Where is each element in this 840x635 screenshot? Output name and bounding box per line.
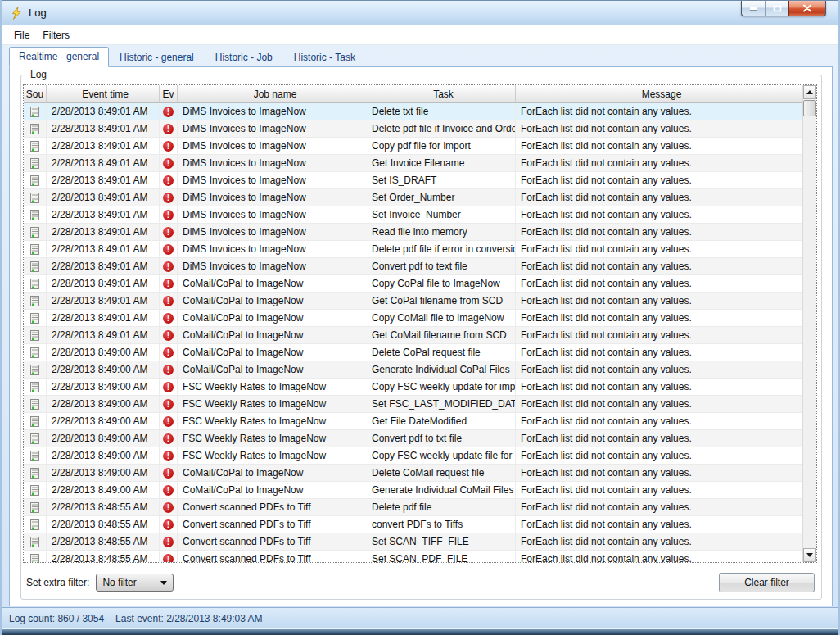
menu-file[interactable]: File (7, 26, 36, 44)
log-row[interactable]: 2/28/2013 8:49:01 AM!DiMS Invoices to Im… (24, 138, 802, 155)
log-row[interactable]: 2/28/2013 8:48:55 AM!Convert scanned PDF… (24, 551, 802, 562)
message-cell: ForEach list did not contain any values. (516, 344, 802, 361)
source-cell (24, 413, 47, 429)
source-cell (24, 327, 47, 343)
event-type-cell: ! (160, 293, 178, 309)
event-type-cell: ! (160, 551, 178, 562)
log-row[interactable]: 2/28/2013 8:49:01 AM!DiMS Invoices to Im… (24, 241, 802, 258)
job-name-cell: FSC Weekly Rates to ImageNow (178, 413, 368, 429)
log-row[interactable]: 2/28/2013 8:49:01 AM!DiMS Invoices to Im… (24, 120, 802, 138)
log-row[interactable]: 2/28/2013 8:49:01 AM!DiMS Invoices to Im… (24, 258, 802, 275)
log-row[interactable]: 2/28/2013 8:49:00 AM!FSC Weekly Rates to… (24, 447, 802, 465)
column-header-task[interactable]: Task (368, 85, 516, 103)
menu-filters[interactable]: Filters (36, 26, 76, 44)
log-row[interactable]: 2/28/2013 8:49:00 AM!FSC Weekly Rates to… (24, 379, 802, 396)
job-name-cell: CoMail/CoPal to ImageNow (178, 293, 368, 309)
event-time-cell: 2/28/2013 8:48:55 AM (47, 533, 160, 550)
job-name-cell: Convert scanned PDFs to Tiff (178, 499, 368, 515)
task-cell: Get CoMail filename from SCD (368, 327, 516, 343)
log-row[interactable]: 2/28/2013 8:48:55 AM!Convert scanned PDF… (24, 499, 802, 516)
filter-bar: Set extra filter: No filter Clear filter (26, 572, 815, 593)
job-name-cell: FSC Weekly Rates to ImageNow (178, 379, 368, 395)
job-name-cell: CoMail/CoPal to ImageNow (178, 310, 368, 326)
log-row[interactable]: 2/28/2013 8:49:00 AM!FSC Weekly Rates to… (24, 430, 802, 447)
scrollbar-thumb[interactable] (803, 100, 816, 116)
error-icon: ! (163, 296, 174, 306)
task-cell: Convert pdf to text file (368, 258, 516, 274)
column-header-ev[interactable]: Ev (160, 85, 178, 103)
log-row[interactable]: 2/28/2013 8:49:00 AM!CoMail/CoPal to Ima… (24, 344, 802, 361)
source-cell (24, 138, 47, 154)
log-row[interactable]: 2/28/2013 8:49:01 AM!CoMail/CoPal to Ima… (24, 293, 802, 310)
source-log-icon (30, 193, 39, 203)
source-cell (24, 258, 47, 274)
job-name-cell: FSC Weekly Rates to ImageNow (178, 396, 368, 412)
log-row[interactable]: 2/28/2013 8:48:55 AM!Convert scanned PDF… (24, 516, 802, 533)
column-header-job-name[interactable]: Job name (178, 85, 368, 103)
job-name-cell: DiMS Invoices to ImageNow (178, 224, 368, 240)
message-cell: ForEach list did not contain any values. (516, 533, 802, 550)
source-log-icon (30, 485, 39, 496)
message-cell: ForEach list did not contain any values. (516, 224, 802, 240)
log-row[interactable]: 2/28/2013 8:49:00 AM!CoMail/CoPal to Ima… (24, 482, 802, 499)
log-row[interactable]: 2/28/2013 8:49:01 AM!CoMail/CoPal to Ima… (24, 275, 802, 293)
status-bar: Log count: 860 / 3054 Last event: 2/28/2… (2, 607, 838, 628)
column-header-event-time[interactable]: Event time (47, 85, 160, 103)
clear-filter-button[interactable]: Clear filter (719, 573, 815, 592)
event-type-cell: ! (160, 120, 178, 137)
title-bar: Log (2, 0, 838, 25)
extra-filter-dropdown[interactable]: No filter (96, 574, 174, 592)
tab-historic-task[interactable]: Historic - Task (283, 48, 366, 67)
event-time-cell: 2/28/2013 8:49:01 AM (47, 206, 160, 223)
extra-filter-value: No filter (102, 577, 136, 588)
error-icon: ! (163, 158, 174, 169)
event-time-cell: 2/28/2013 8:49:01 AM (47, 155, 160, 171)
minimize-icon (750, 7, 757, 10)
message-cell: ForEach list did not contain any values. (516, 189, 802, 206)
event-time-cell: 2/28/2013 8:49:00 AM (47, 413, 160, 429)
job-name-cell: DiMS Invoices to ImageNow (178, 120, 368, 137)
log-row[interactable]: 2/28/2013 8:48:55 AM!Convert scanned PDF… (24, 533, 802, 551)
column-header-sou[interactable]: Sou (24, 85, 47, 103)
error-icon: ! (163, 175, 174, 186)
log-row[interactable]: 2/28/2013 8:49:00 AM!CoMail/CoPal to Ima… (24, 361, 802, 379)
scroll-up-button[interactable] (803, 85, 816, 99)
vertical-scrollbar[interactable] (802, 85, 816, 562)
tab-historic-general[interactable]: Historic - general (109, 48, 205, 67)
log-row[interactable]: 2/28/2013 8:49:01 AM!DiMS Invoices to Im… (24, 206, 802, 224)
scroll-down-button[interactable] (803, 548, 816, 562)
error-icon: ! (163, 107, 174, 117)
source-log-icon (30, 451, 39, 461)
task-cell: Copy FSC weekly update for impor (368, 379, 516, 395)
close-button[interactable] (788, 1, 826, 16)
log-row[interactable]: 2/28/2013 8:49:01 AM!DiMS Invoices to Im… (24, 189, 802, 206)
job-name-cell: DiMS Invoices to ImageNow (178, 241, 368, 257)
log-row[interactable]: 2/28/2013 8:49:01 AM!CoMail/CoPal to Ima… (24, 310, 802, 327)
task-cell: Copy pdf file for import (368, 138, 516, 154)
log-row[interactable]: 2/28/2013 8:49:01 AM!DiMS Invoices to Im… (24, 155, 802, 172)
source-log-icon (30, 158, 39, 169)
job-name-cell: DiMS Invoices to ImageNow (178, 189, 368, 206)
message-cell: ForEach list did not contain any values. (516, 155, 802, 171)
maximize-button[interactable] (765, 1, 788, 16)
minimize-button[interactable] (741, 1, 765, 16)
column-header-message[interactable]: Message (516, 85, 802, 103)
source-log-icon (30, 279, 39, 289)
event-type-cell: ! (160, 258, 178, 274)
tab-historic-job[interactable]: Historic - Job (205, 48, 283, 67)
app-window: Log FileFilters Realtime - generalHistor… (0, 0, 840, 635)
log-row[interactable]: 2/28/2013 8:49:01 AM!DiMS Invoices to Im… (24, 172, 802, 189)
log-row[interactable]: 2/28/2013 8:49:01 AM!CoMail/CoPal to Ima… (24, 327, 802, 344)
tab-page-realtime-general: Log SouEvent timeEvJob nameTaskMessage 2… (9, 66, 833, 606)
log-row[interactable]: 2/28/2013 8:49:00 AM!FSC Weekly Rates to… (24, 413, 802, 430)
log-row[interactable]: 2/28/2013 8:49:00 AM!FSC Weekly Rates to… (24, 396, 802, 413)
chevron-down-icon (160, 581, 167, 585)
job-name-cell: DiMS Invoices to ImageNow (178, 103, 368, 120)
window-title: Log (29, 7, 47, 19)
log-row[interactable]: 2/28/2013 8:49:00 AM!CoMail/CoPal to Ima… (24, 465, 802, 482)
tab-realtime-general[interactable]: Realtime - general (9, 47, 109, 67)
source-cell (24, 344, 47, 361)
error-icon: ! (163, 468, 174, 479)
log-row[interactable]: 2/28/2013 8:49:01 AM!DiMS Invoices to Im… (24, 103, 802, 120)
log-row[interactable]: 2/28/2013 8:49:01 AM!DiMS Invoices to Im… (24, 224, 802, 241)
